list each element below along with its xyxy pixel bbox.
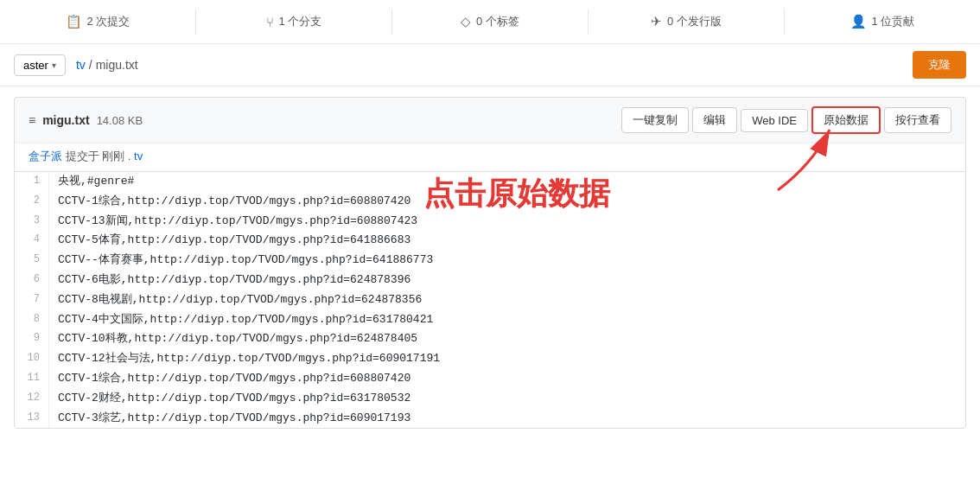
table-row: 2CCTV-1综合,http://diyp.top/TVOD/mgys.php?… bbox=[15, 192, 965, 212]
line-content: CCTV-12社会与法,http://diyp.top/TVOD/mgys.ph… bbox=[49, 349, 449, 369]
line-number: 10 bbox=[15, 349, 49, 369]
line-content: CCTV--体育赛事,http://diyp.top/TVOD/mgys.php… bbox=[49, 251, 442, 271]
contributors-count: 1 位贡献 bbox=[872, 14, 915, 29]
line-number: 12 bbox=[15, 389, 49, 409]
line-content: CCTV-2财经,http://diyp.top/TVOD/mgys.php?i… bbox=[49, 389, 419, 409]
branches-icon: ⑂ bbox=[266, 15, 274, 29]
tags-icon: ◇ bbox=[461, 14, 471, 29]
file-name-area: ≡ migu.txt 14.08 KB bbox=[29, 113, 143, 127]
line-content: CCTV-8电视剧,http://diyp.top/TVOD/mgys.php?… bbox=[49, 290, 430, 310]
stat-contributors[interactable]: 👤 1 位贡献 bbox=[785, 9, 980, 35]
table-row: 5CCTV--体育赛事,http://diyp.top/TVOD/mgys.ph… bbox=[15, 251, 965, 271]
breadcrumb-separator: / bbox=[89, 58, 92, 72]
line-number: 9 bbox=[15, 329, 49, 349]
table-row: 12CCTV-2财经,http://diyp.top/TVOD/mgys.php… bbox=[15, 389, 965, 409]
line-content: CCTV-4中文国际,http://diyp.top/TVOD/mgys.php… bbox=[49, 310, 442, 330]
line-content: 央视,#genre# bbox=[49, 172, 143, 192]
file-header: ≡ migu.txt 14.08 KB 一键复制 编辑 Web IDE 原始数据… bbox=[14, 97, 966, 143]
breadcrumb-filename: migu.txt bbox=[96, 58, 138, 72]
breadcrumb: tv / migu.txt bbox=[76, 58, 138, 72]
file-name: migu.txt bbox=[42, 113, 89, 127]
releases-count: 0 个发行版 bbox=[667, 14, 722, 29]
line-number: 2 bbox=[15, 192, 49, 212]
file-icon: ≡ bbox=[29, 113, 35, 127]
line-number: 5 bbox=[15, 251, 49, 271]
line-content: CCTV-1综合,http://diyp.top/TVOD/mgys.php?i… bbox=[49, 192, 419, 212]
table-row: 13CCTV-3综艺,http://diyp.top/TVOD/mgys.php… bbox=[15, 409, 965, 429]
table-row: 9CCTV-10科教,http://diyp.top/TVOD/mgys.php… bbox=[15, 329, 965, 349]
line-number: 8 bbox=[15, 310, 49, 330]
code-area: 1央视,#genre#2CCTV-1综合,http://diyp.top/TVO… bbox=[14, 171, 966, 429]
line-number: 6 bbox=[15, 271, 49, 290]
line-number: 3 bbox=[15, 212, 49, 232]
breadcrumb-parent[interactable]: tv bbox=[76, 58, 86, 72]
branch-selector[interactable]: aster ▾ bbox=[14, 54, 66, 76]
webide-button[interactable]: Web IDE bbox=[741, 109, 808, 132]
raw-button[interactable]: 原始数据 bbox=[811, 106, 881, 134]
table-row: 8CCTV-4中文国际,http://diyp.top/TVOD/mgys.ph… bbox=[15, 310, 965, 330]
branch-bar-left: aster ▾ tv / migu.txt bbox=[14, 54, 138, 76]
table-row: 1央视,#genre# bbox=[15, 172, 965, 192]
stat-commits[interactable]: 📋 2 次提交 bbox=[0, 9, 196, 35]
table-row: 7CCTV-8电视剧,http://diyp.top/TVOD/mgys.php… bbox=[15, 290, 965, 310]
contributors-icon: 👤 bbox=[850, 14, 867, 29]
line-number: 1 bbox=[15, 172, 49, 192]
file-meta: 盒子派 提交于 刚刚 . tv bbox=[14, 143, 966, 171]
tags-count: 0 个标签 bbox=[476, 14, 519, 29]
lineview-button[interactable]: 按行查看 bbox=[884, 107, 951, 133]
releases-icon: ✈ bbox=[651, 14, 662, 29]
branch-link[interactable]: tv bbox=[134, 150, 143, 163]
edit-button[interactable]: 编辑 bbox=[692, 107, 737, 133]
branch-name: aster bbox=[23, 59, 48, 72]
table-row: 3CCTV-13新闻,http://diyp.top/TVOD/mgys.php… bbox=[15, 212, 965, 232]
stat-releases[interactable]: ✈ 0 个发行版 bbox=[589, 9, 785, 35]
file-size: 14.08 KB bbox=[97, 114, 143, 127]
commits-icon: 📋 bbox=[66, 14, 82, 29]
commits-count: 2 次提交 bbox=[87, 14, 130, 29]
stats-bar: 📋 2 次提交 ⑂ 1 个分支 ◇ 0 个标签 ✈ 0 个发行版 👤 1 位贡献 bbox=[0, 0, 980, 44]
line-content: CCTV-5体育,http://diyp.top/TVOD/mgys.php?i… bbox=[49, 231, 419, 251]
line-number: 11 bbox=[15, 369, 49, 389]
author-link[interactable]: 盒子派 bbox=[29, 150, 62, 163]
line-number: 4 bbox=[15, 231, 49, 251]
line-content: CCTV-1综合,http://diyp.top/TVOD/mgys.php?i… bbox=[49, 369, 419, 389]
stat-branches[interactable]: ⑂ 1 个分支 bbox=[196, 9, 392, 35]
line-content: CCTV-6电影,http://diyp.top/TVOD/mgys.php?i… bbox=[49, 271, 419, 290]
table-row: 11CCTV-1综合,http://diyp.top/TVOD/mgys.php… bbox=[15, 369, 965, 389]
file-meta-text: 盒子派 提交于 刚刚 . tv bbox=[29, 150, 143, 163]
branch-bar: aster ▾ tv / migu.txt 克隆 bbox=[0, 44, 980, 86]
line-number: 7 bbox=[15, 290, 49, 310]
clone-button[interactable]: 克隆 bbox=[913, 51, 966, 79]
line-content: CCTV-10科教,http://diyp.top/TVOD/mgys.php?… bbox=[49, 329, 426, 349]
line-content: CCTV-13新闻,http://diyp.top/TVOD/mgys.php?… bbox=[49, 212, 426, 232]
copy-button[interactable]: 一键复制 bbox=[621, 107, 689, 133]
table-row: 6CCTV-6电影,http://diyp.top/TVOD/mgys.php?… bbox=[15, 271, 965, 290]
table-row: 10CCTV-12社会与法,http://diyp.top/TVOD/mgys.… bbox=[15, 349, 965, 369]
chevron-down-icon: ▾ bbox=[52, 61, 56, 70]
line-content: CCTV-3综艺,http://diyp.top/TVOD/mgys.php?i… bbox=[49, 409, 419, 429]
line-number: 13 bbox=[15, 409, 49, 429]
table-row: 4CCTV-5体育,http://diyp.top/TVOD/mgys.php?… bbox=[15, 231, 965, 251]
file-actions: 一键复制 编辑 Web IDE 原始数据 按行查看 bbox=[621, 106, 951, 134]
branches-count: 1 个分支 bbox=[279, 14, 322, 29]
stat-tags[interactable]: ◇ 0 个标签 bbox=[392, 9, 589, 35]
